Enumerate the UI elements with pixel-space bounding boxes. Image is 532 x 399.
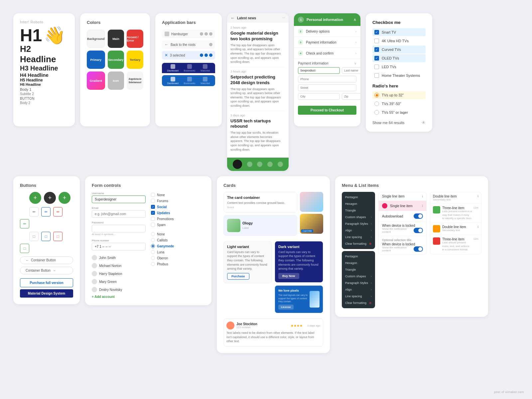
- menu-align-1[interactable]: Align›: [342, 227, 375, 234]
- radio-55[interactable]: TVs 55" or lager: [372, 108, 426, 116]
- icon-btn-box-2[interactable]: □: [41, 232, 51, 241]
- radio-50-circle[interactable]: [374, 101, 379, 106]
- form-username-input[interactable]: [92, 196, 146, 203]
- menu-linespace-2[interactable]: Line spacing›: [342, 293, 375, 300]
- menu-custom-2[interactable]: Custom shapes›: [342, 273, 375, 280]
- menu-para-2[interactable]: Paragraph Styles›: [342, 280, 375, 286]
- icon-btn-pencil-1[interactable]: ✏: [29, 207, 39, 216]
- right-item-double-2[interactable]: Double line item Secondary text ℹ: [430, 223, 481, 235]
- pixels-btn[interactable]: License: [278, 305, 294, 310]
- form-rb-oberon-circle[interactable]: [151, 256, 155, 260]
- toggle-locked-1[interactable]: [414, 228, 423, 233]
- personal-last-name-input[interactable]: [342, 67, 360, 74]
- icon-btn-pencil-2[interactable]: ✏: [41, 207, 51, 216]
- menu-clearformat-2[interactable]: Clear formatting⊗: [342, 300, 375, 306]
- personal-step-row-3[interactable]: 3 Payment information ›: [294, 37, 360, 48]
- form-rb-luna-circle[interactable]: [151, 250, 155, 254]
- checkbox-oled-box[interactable]: ✓: [374, 56, 379, 61]
- personal-checkout-btn[interactable]: Proceed to Checkout: [298, 106, 356, 115]
- fab-dark[interactable]: +: [44, 192, 56, 204]
- checkbox-hts-box[interactable]: [374, 73, 379, 78]
- radio-32[interactable]: TVs up to 32": [372, 91, 426, 99]
- checkbox-curved-box[interactable]: ✓: [374, 47, 379, 52]
- form-password-input[interactable]: [92, 225, 146, 232]
- personal-phone-input[interactable]: [298, 76, 356, 82]
- form-rb-ganymede-circle[interactable]: [151, 244, 155, 248]
- radio-32-circle[interactable]: [374, 93, 379, 97]
- checkbox-smart-tv[interactable]: ✓ Snart TV: [372, 28, 426, 36]
- checkbox-hts[interactable]: Home Theater Systems: [372, 71, 426, 79]
- form-rb-none[interactable]: None: [151, 231, 205, 237]
- form-cb-promotions[interactable]: Promotions: [151, 216, 205, 222]
- form-cb-updates-box[interactable]: ✓: [151, 211, 155, 215]
- fab-green-2[interactable]: +: [59, 192, 70, 204]
- form-rb-callists[interactable]: Callists: [151, 237, 205, 243]
- personal-city-input[interactable]: [298, 93, 340, 100]
- form-cb-spam-box[interactable]: [151, 223, 155, 227]
- form-add-account-link[interactable]: + Add account: [92, 295, 146, 299]
- checkbox-4k[interactable]: 4K Ultra HD TVs: [372, 37, 426, 45]
- form-cb-none[interactable]: None: [151, 192, 205, 198]
- checkbox-curved[interactable]: ✓ Curved TVs: [372, 46, 426, 54]
- toggle-locked-2[interactable]: [414, 246, 423, 252]
- menu-custom-1[interactable]: Custom shapes›: [342, 214, 375, 220]
- form-rb-luna[interactable]: Luna: [151, 249, 205, 255]
- list-item-single-2[interactable]: Single line item ℹ: [379, 201, 426, 211]
- personal-first-name-input[interactable]: [298, 67, 340, 74]
- checkbox-led[interactable]: LED TVs: [372, 63, 426, 71]
- icon-btn-box-4[interactable]: □: [20, 244, 29, 253]
- purchase-btn[interactable]: Purchase full version: [20, 278, 73, 287]
- dark-card-btn[interactable]: Buy Now: [278, 273, 299, 279]
- form-cb-social[interactable]: ✓Social: [151, 204, 205, 210]
- menu-triangle-2[interactable]: Triangle: [342, 266, 375, 273]
- menu-pentagon-2[interactable]: Pentagon: [342, 253, 375, 260]
- menu-hexagon-2[interactable]: Hexagon: [342, 260, 375, 266]
- form-cb-updates[interactable]: ✓Updates: [151, 210, 205, 216]
- menu-align-2[interactable]: Align›: [342, 286, 375, 293]
- form-cb-social-box[interactable]: ✓: [151, 205, 155, 209]
- form-cb-spam[interactable]: Spam: [151, 222, 205, 228]
- form-phone-input[interactable]: [92, 243, 146, 250]
- form-rb-ganymede[interactable]: Ganymede: [151, 243, 205, 249]
- form-rb-phobus-circle[interactable]: [151, 262, 155, 266]
- right-item-double-1[interactable]: Double line item Secondary text ℹ: [430, 192, 481, 204]
- container-btn-1[interactable]: ← Container Button: [20, 256, 73, 264]
- form-rb-callists-circle[interactable]: [151, 238, 155, 242]
- form-rb-oberon[interactable]: Oberon: [151, 255, 205, 261]
- form-email-input[interactable]: [92, 210, 146, 218]
- list-item-autodownload[interactable]: Autodownload: [379, 211, 426, 221]
- personal-step-row-2[interactable]: 2 Delivery options ›: [294, 26, 360, 37]
- form-rb-phobus[interactable]: Phobus: [151, 261, 205, 267]
- icon-btn-box-1[interactable]: □: [29, 232, 39, 241]
- checkbox-led-box[interactable]: [374, 65, 379, 69]
- personal-step-row-4[interactable]: 4 Check and confirm ›: [294, 48, 360, 59]
- radio-55-circle[interactable]: [374, 110, 379, 115]
- form-rb-none-circle[interactable]: [151, 232, 155, 236]
- radio-50[interactable]: TVs 39"-50": [372, 100, 426, 108]
- checkbox-smart-tv-box[interactable]: ✓: [374, 30, 379, 35]
- form-cb-promotions-box[interactable]: [151, 217, 155, 221]
- right-item-three-2[interactable]: Three-line item Lists should present ico…: [430, 235, 481, 254]
- icon-btn-pencil-4[interactable]: ✏: [20, 219, 29, 228]
- form-cb-forums[interactable]: Forums: [151, 198, 205, 204]
- icon-btn-box-3[interactable]: □: [53, 232, 63, 241]
- toggle-autodownload[interactable]: [414, 213, 423, 219]
- container-btn-2[interactable]: Container Button →: [20, 267, 73, 274]
- checkbox-oled[interactable]: ✓ OLED TVs: [372, 54, 426, 62]
- right-item-three-1[interactable]: Three-line item Lists present content in…: [430, 204, 481, 223]
- menu-triangle-1[interactable]: Triangle: [342, 207, 375, 214]
- form-cb-forums-box[interactable]: [151, 199, 155, 203]
- menu-linespace-1[interactable]: Line spacing›: [342, 234, 375, 240]
- menu-pentagon-1[interactable]: Pentagon: [342, 194, 375, 200]
- list-item-locked-1[interactable]: When device is locked Show the notificat…: [379, 221, 426, 236]
- personal-street-input[interactable]: [298, 84, 356, 91]
- checkbox-4k-box[interactable]: [374, 39, 379, 43]
- form-cb-none-box[interactable]: [151, 193, 155, 197]
- light-card-btn[interactable]: Purchase: [227, 273, 249, 280]
- fab-green-1[interactable]: +: [29, 192, 41, 204]
- personal-zip-input[interactable]: [342, 93, 360, 100]
- menu-para-1[interactable]: Paragraph Styles›: [342, 220, 375, 227]
- menu-hexagon-1[interactable]: Hexagon: [342, 200, 375, 207]
- icon-btn-pencil-3[interactable]: ✏: [53, 207, 63, 216]
- menu-clearformat-1[interactable]: Clear formatting⊗: [342, 240, 375, 247]
